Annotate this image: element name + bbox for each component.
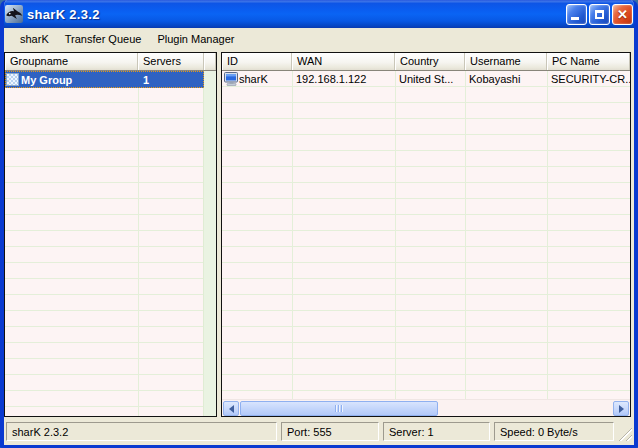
scroll-left-button[interactable] [223,401,239,416]
grid-line [292,71,293,399]
scrollbar-thumb[interactable] [240,401,438,416]
column-header-id[interactable]: ID [222,53,292,70]
scroll-right-icon [619,405,628,413]
status-speed: Speed: 0 Byte/s [494,422,614,441]
close-icon: ✕ [617,8,628,21]
main-content: Groupname Servers My Group 1 ID WAN Coun… [4,49,634,419]
servers-panel: ID WAN Country Username PC Name [221,52,631,417]
grid-line [547,71,548,399]
status-port: Port: 555 [281,422,379,441]
column-header-filler [204,53,216,70]
column-header-username[interactable]: Username [465,53,547,70]
maximize-button[interactable] [589,4,610,25]
computer-icon [224,72,239,86]
list-filler-strip [203,71,216,416]
servers-list[interactable]: sharK 192.168.1.122 United St... Kobayas… [222,71,630,399]
maximize-icon [595,10,604,19]
window-title: sharK 2.3.2 [27,7,564,22]
close-button[interactable]: ✕ [612,4,633,25]
status-app-version: sharK 2.3.2 [6,422,277,441]
column-header-pcname[interactable]: PC Name [547,53,630,70]
server-wan-cell: 192.168.1.122 [292,73,395,85]
column-header-wan[interactable]: WAN [292,53,395,70]
column-header-country[interactable]: Country [395,53,465,70]
titlebar: sharK 2.3.2 ✕ [0,0,638,28]
column-header-groupname[interactable]: Groupname [5,53,138,70]
menu-bar: sharK Transfer Queue Plugin Manager [4,28,634,49]
group-row-selected[interactable]: My Group 1 [5,71,204,88]
server-id-cell: sharK [239,73,268,85]
grid-line [395,71,396,399]
scroll-right-button[interactable] [613,401,629,416]
minimize-button[interactable] [566,4,587,25]
app-window: sharK 2.3.2 ✕ sharK Transfer Queue Plugi… [0,0,638,448]
resize-grip[interactable] [616,425,632,441]
minimize-icon [571,17,579,20]
column-header-servers[interactable]: Servers [138,53,204,70]
server-username-cell: Kobayashi [465,73,547,85]
server-country-cell: United St... [395,73,465,85]
menu-item-transfer-queue[interactable]: Transfer Queue [57,31,150,47]
menu-item-shark[interactable]: sharK [12,31,57,47]
groups-header-row: Groupname Servers [5,53,216,71]
group-icon [6,73,19,86]
server-pcname-cell: SECURITY-CR... [547,73,630,85]
shark-icon [5,5,23,23]
group-servers-cell: 1 [143,74,149,86]
groups-list[interactable]: My Group 1 [5,71,216,416]
status-bar: sharK 2.3.2 Port: 555 Server: 1 Speed: 0… [4,419,634,445]
status-server-count: Server: 1 [383,422,490,441]
menu-item-plugin-manager[interactable]: Plugin Manager [149,31,242,47]
scroll-left-icon [225,405,234,413]
groups-panel: Groupname Servers My Group 1 [4,52,217,417]
scrollbar-grip-icon [335,405,344,412]
server-row[interactable]: sharK 192.168.1.122 United St... Kobayas… [222,71,630,87]
group-name-cell: My Group [21,74,72,86]
horizontal-scrollbar[interactable] [222,399,630,416]
servers-header-row: ID WAN Country Username PC Name [222,53,630,71]
grid-line [138,71,139,416]
grid-line [465,71,466,399]
